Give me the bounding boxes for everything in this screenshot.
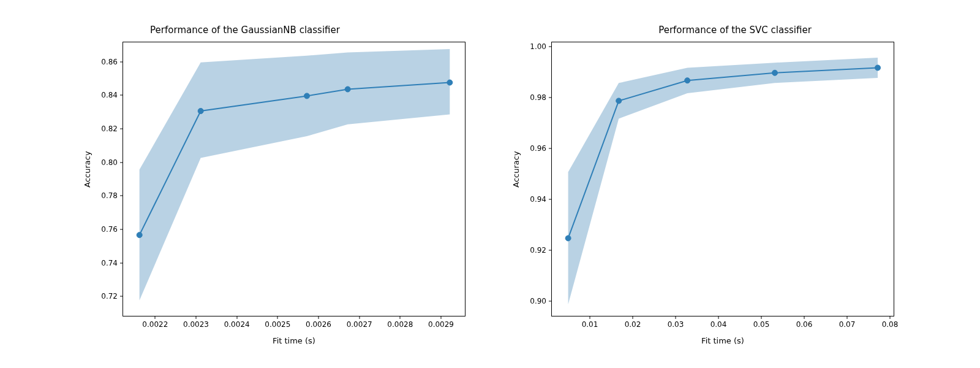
x-tick-label: 0.0023 — [183, 320, 209, 329]
x-tick-label: 0.06 — [796, 320, 813, 329]
x-tick-label: 0.07 — [839, 320, 856, 329]
y-tick-label: 1.00 — [530, 42, 546, 51]
x-tick-mark — [761, 316, 762, 319]
x-tick-label: 0.0024 — [224, 320, 250, 329]
y-tick-label: 0.90 — [530, 297, 546, 305]
right-y-axis-label: Accuracy — [511, 132, 521, 206]
x-tick-label: 0.05 — [753, 320, 770, 329]
y-tick-mark — [549, 148, 551, 149]
left-plot-area — [123, 42, 466, 316]
x-tick-label: 0.0025 — [265, 320, 290, 329]
x-tick-mark — [277, 316, 278, 319]
y-tick-label: 0.96 — [530, 144, 546, 153]
x-tick-label: 0.08 — [882, 320, 899, 329]
y-tick-label: 0.82 — [101, 125, 118, 133]
right-markers — [565, 65, 880, 241]
data-point — [447, 80, 453, 85]
y-tick-label: 0.80 — [101, 158, 118, 167]
x-tick-mark — [676, 316, 676, 319]
y-tick-label: 0.74 — [101, 259, 118, 267]
y-tick-label: 0.72 — [101, 292, 118, 301]
x-tick-mark — [318, 316, 319, 319]
y-tick-label: 0.78 — [101, 191, 118, 200]
y-tick-label: 0.76 — [101, 225, 118, 234]
x-tick-mark — [890, 316, 891, 319]
x-tick-mark — [847, 316, 848, 319]
left-panel: Performance of the GaussianNB classifier… — [0, 0, 490, 368]
right-chart-title: Performance of the SVC classifier — [490, 25, 980, 36]
data-point — [685, 78, 690, 83]
left-chart-title: Performance of the GaussianNB classifier — [0, 25, 490, 36]
y-tick-label: 0.84 — [101, 91, 118, 99]
data-point — [875, 65, 881, 71]
x-tick-label: 0.01 — [582, 320, 598, 329]
y-tick-label: 0.98 — [530, 93, 546, 102]
y-tick-label: 0.86 — [101, 58, 118, 66]
right-plot-svg — [552, 42, 894, 316]
y-tick-mark — [120, 61, 123, 62]
right-panel: Performance of the SVC classifier 0.010.… — [490, 0, 980, 368]
y-tick-label: 0.94 — [530, 195, 546, 204]
x-tick-label: 0.0028 — [387, 320, 413, 329]
data-point — [137, 232, 142, 238]
data-point — [772, 70, 778, 75]
left-x-ticks: 0.00220.00230.00240.00250.00260.00270.00… — [123, 316, 466, 335]
x-tick-label: 0.0027 — [347, 320, 372, 329]
x-tick-mark — [633, 316, 633, 319]
right-x-axis-label: Fit time (s) — [551, 336, 894, 345]
right-plot-area — [551, 42, 894, 316]
y-tick-mark — [549, 301, 551, 302]
right-x-ticks: 0.010.020.030.040.050.060.070.08 — [551, 316, 894, 335]
x-tick-label: 0.0029 — [428, 320, 454, 329]
y-tick-label: 0.92 — [530, 246, 546, 255]
y-tick-mark — [120, 95, 123, 96]
y-tick-mark — [120, 229, 123, 229]
left-y-axis-label: Accuracy — [83, 132, 92, 206]
left-plot-svg — [123, 42, 466, 316]
x-tick-label: 0.03 — [668, 320, 684, 329]
data-point — [304, 93, 310, 99]
x-tick-mark — [236, 316, 237, 319]
x-tick-mark — [718, 316, 719, 319]
y-tick-mark — [120, 129, 123, 129]
data-point — [616, 98, 622, 104]
y-tick-mark — [120, 196, 123, 196]
x-tick-mark — [155, 316, 156, 319]
data-point — [345, 86, 350, 92]
left-y-ticks: 0.720.740.760.780.800.820.840.86 — [92, 42, 123, 316]
right-confidence-band — [568, 58, 878, 304]
x-tick-mark — [441, 316, 442, 319]
x-tick-mark — [590, 316, 590, 319]
data-point — [565, 236, 571, 241]
x-tick-label: 0.0022 — [142, 320, 168, 329]
y-tick-mark — [549, 250, 551, 251]
x-tick-mark — [359, 316, 360, 319]
y-tick-mark — [120, 296, 123, 297]
left-confidence-band — [140, 49, 450, 301]
y-tick-mark — [120, 263, 123, 263]
x-tick-mark — [196, 316, 197, 319]
figure: Performance of the GaussianNB classifier… — [0, 0, 980, 368]
x-tick-label: 0.0026 — [306, 320, 331, 329]
x-tick-label: 0.02 — [625, 320, 641, 329]
x-tick-mark — [804, 316, 805, 319]
left-x-axis-label: Fit time (s) — [123, 336, 466, 345]
y-tick-mark — [549, 98, 551, 98]
y-tick-mark — [549, 47, 551, 47]
x-tick-label: 0.04 — [710, 320, 727, 329]
y-tick-mark — [120, 162, 123, 163]
x-tick-mark — [400, 316, 401, 319]
y-tick-mark — [549, 199, 551, 200]
right-y-ticks: 0.900.920.940.960.981.00 — [521, 42, 551, 316]
data-point — [198, 109, 203, 114]
